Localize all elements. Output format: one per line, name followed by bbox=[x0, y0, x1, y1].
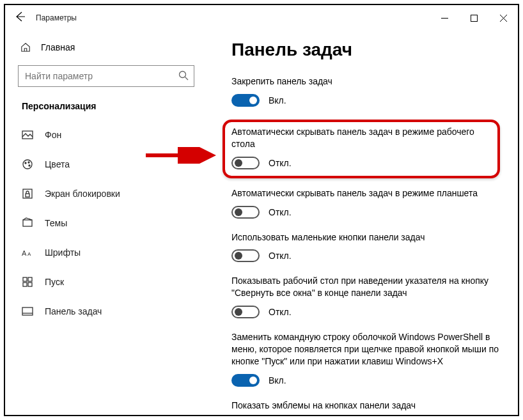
window-controls bbox=[430, 5, 518, 31]
svg-rect-17 bbox=[28, 277, 32, 281]
svg-point-8 bbox=[25, 162, 26, 164]
svg-rect-13 bbox=[23, 220, 32, 226]
sidebar-home-label: Главная bbox=[41, 42, 75, 52]
setting-item: Автоматически скрывать панель задач в ре… bbox=[231, 187, 500, 219]
svg-line-5 bbox=[185, 77, 189, 81]
search-icon bbox=[178, 70, 189, 84]
svg-point-10 bbox=[29, 165, 30, 166]
start-icon bbox=[22, 276, 33, 288]
palette-icon bbox=[22, 159, 33, 170]
svg-point-9 bbox=[28, 162, 29, 163]
sidebar-item-label: Пуск bbox=[45, 277, 64, 287]
page-title: Панель задач bbox=[231, 40, 500, 60]
sidebar-item-fonts[interactable]: AA Шрифты bbox=[13, 238, 197, 267]
svg-text:A: A bbox=[22, 249, 27, 257]
toggle-switch[interactable] bbox=[231, 306, 260, 318]
setting-label: Автоматически скрывать панель задач в ре… bbox=[231, 126, 491, 150]
sidebar-item-lockscreen[interactable]: Экран блокировки bbox=[13, 179, 197, 208]
toggle-row: Откл. bbox=[231, 306, 500, 318]
toggle-switch[interactable] bbox=[231, 94, 260, 107]
highlight-box: Автоматически скрывать панель задач в ре… bbox=[222, 120, 500, 178]
svg-rect-16 bbox=[23, 277, 27, 281]
sidebar-item-label: Экран блокировки bbox=[45, 189, 120, 199]
svg-rect-12 bbox=[26, 194, 29, 197]
sidebar-item-label: Темы bbox=[45, 218, 67, 228]
toggle-state-label: Откл. bbox=[269, 207, 292, 217]
sidebar-item-label: Цвета bbox=[45, 159, 70, 169]
sidebar: Главная Персонализация Фон Цвета Экран б… bbox=[5, 31, 210, 415]
setting-label: Закрепить панель задач bbox=[231, 75, 500, 88]
toggle-switch[interactable] bbox=[231, 249, 260, 262]
toggle-state-label: Вкл. bbox=[269, 375, 286, 385]
setting-label: Показывать рабочий стол при наведении ук… bbox=[231, 275, 500, 299]
setting-label: Автоматически скрывать панель задач в ре… bbox=[231, 187, 500, 199]
toggle-state-label: Откл. bbox=[269, 251, 292, 261]
sidebar-item-label: Фон bbox=[45, 130, 61, 140]
sidebar-item-start[interactable]: Пуск bbox=[13, 267, 197, 297]
sidebar-item-themes[interactable]: Темы bbox=[13, 208, 197, 238]
sidebar-home[interactable]: Главная bbox=[13, 35, 197, 60]
toggle-row: Откл. bbox=[231, 206, 500, 219]
lockscreen-icon bbox=[22, 188, 33, 199]
svg-rect-1 bbox=[471, 15, 477, 21]
maximize-button[interactable] bbox=[459, 5, 488, 31]
svg-point-7 bbox=[23, 160, 32, 169]
back-button[interactable] bbox=[5, 12, 36, 24]
svg-rect-20 bbox=[22, 307, 33, 315]
setting-item: Показывать рабочий стол при наведении ук… bbox=[231, 275, 500, 318]
setting-label: Заменить командную строку оболочкой Wind… bbox=[231, 331, 500, 368]
toggle-state-label: Вкл. bbox=[269, 95, 286, 105]
window-title: Параметры bbox=[36, 13, 77, 22]
themes-icon bbox=[22, 217, 33, 229]
toggle-row: Откл. bbox=[231, 157, 491, 169]
titlebar: Параметры bbox=[5, 5, 518, 31]
home-icon bbox=[20, 42, 31, 53]
sidebar-item-background[interactable]: Фон bbox=[13, 120, 197, 150]
setting-item: Показать эмблемы на кнопках панели задач… bbox=[231, 400, 500, 415]
search-wrap bbox=[18, 65, 194, 87]
setting-item: Заменить командную строку оболочкой Wind… bbox=[231, 331, 500, 387]
toggle-switch[interactable] bbox=[231, 206, 260, 219]
section-header: Персонализация bbox=[13, 87, 197, 120]
sidebar-item-label: Шрифты bbox=[45, 247, 81, 258]
sidebar-item-label: Панель задач bbox=[45, 306, 102, 316]
toggle-state-label: Откл. bbox=[269, 307, 292, 317]
picture-icon bbox=[22, 129, 33, 141]
svg-point-4 bbox=[180, 72, 186, 78]
setting-item: Закрепить панель задачВкл. bbox=[231, 75, 500, 107]
setting-item: Автоматически скрывать панель задач в ре… bbox=[231, 126, 491, 169]
fonts-icon: AA bbox=[22, 247, 33, 258]
svg-rect-19 bbox=[28, 283, 32, 286]
toggle-row: Вкл. bbox=[231, 94, 500, 107]
toggle-row: Вкл. bbox=[231, 374, 500, 387]
setting-label: Показать эмблемы на кнопках панели задач bbox=[231, 400, 500, 412]
back-arrow-icon bbox=[15, 12, 26, 22]
sidebar-item-colors[interactable]: Цвета bbox=[13, 150, 197, 179]
content-area: Панель задач Закрепить панель задачВкл.А… bbox=[210, 31, 518, 415]
toggle-switch[interactable] bbox=[231, 374, 260, 387]
close-button[interactable] bbox=[488, 5, 518, 31]
search-input[interactable] bbox=[18, 65, 194, 87]
minimize-button[interactable] bbox=[430, 5, 459, 31]
setting-item: Использовать маленькие кнопки панели зад… bbox=[231, 231, 500, 263]
toggle-row: Откл. bbox=[231, 249, 500, 262]
svg-text:A: A bbox=[27, 251, 31, 257]
svg-rect-18 bbox=[23, 283, 27, 286]
settings-window: Параметры Главная Персонализация bbox=[4, 4, 519, 416]
setting-label: Использовать маленькие кнопки панели зад… bbox=[231, 231, 500, 244]
toggle-switch[interactable] bbox=[231, 157, 260, 169]
toggle-state-label: Откл. bbox=[269, 158, 292, 168]
taskbar-icon bbox=[22, 306, 33, 317]
sidebar-item-taskbar[interactable]: Панель задач bbox=[13, 297, 197, 326]
